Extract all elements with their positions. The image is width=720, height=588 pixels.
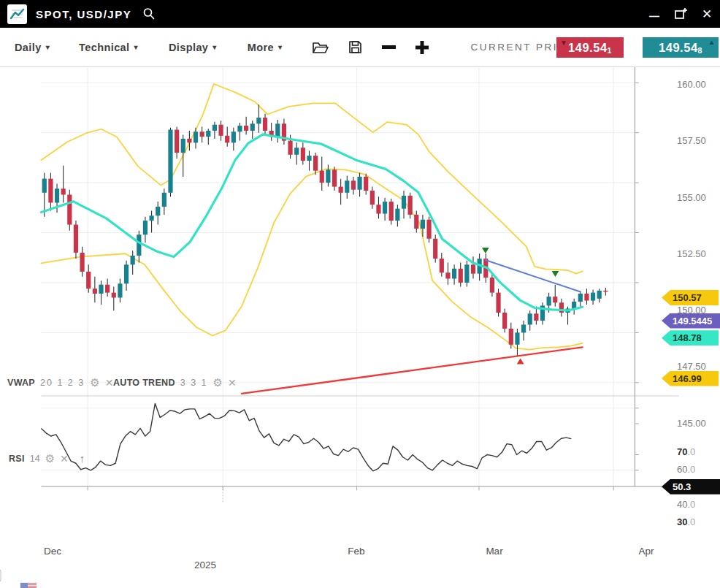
rsi-value-badge: 50.3 [662,479,720,495]
vwap-indicator-label: VWAP [7,378,35,388]
vwap-indicator-row: VWAP 20 1 2 3 ⚙ ✕ [7,377,113,388]
timeframe-menu[interactable]: Daily ▾ [10,41,54,54]
last-price-badge: 149.5445 [662,313,720,329]
price-tick-label: 147.50 [677,361,706,372]
rsi-line [41,403,571,470]
candle[interactable] [534,313,538,321]
toolbar: Daily ▾ Technical ▾ Display ▾ More ▾ [0,28,720,67]
vwap-settings-gear-icon[interactable]: ⚙ [90,377,99,388]
close-button[interactable]: ✕ [700,7,714,21]
arrow-up-icon: ▲ [708,38,716,46]
month-label: Dec [44,546,61,557]
candle[interactable] [515,332,519,344]
ask-price-pip: 8 [698,46,702,55]
chevron-down-icon: ▾ [212,43,216,51]
candle[interactable] [528,313,532,324]
price-tick-label: 157.50 [677,135,706,146]
event-calendar-icon[interactable] [0,569,1,582]
display-menu[interactable]: Display ▾ [164,41,221,54]
price-tick-label: 155.00 [677,192,706,203]
price-tick-label: 160.00 [677,79,706,90]
arrow-down-icon: ▼ [560,39,567,47]
chevron-down-icon: ▾ [46,43,50,51]
technical-menu[interactable]: Technical ▾ [74,41,142,54]
display-menu-label: Display [169,42,208,53]
technical-menu-label: Technical [79,42,129,53]
chevron-down-icon: ▾ [134,43,138,51]
autotrend-indicator-row: AUTO TREND 3 3 1 ⚙ ✕ [113,377,237,388]
app-chart-icon [7,4,27,24]
axis-labels-layer: 160.00157.50155.00152.50150.00147.50145.… [0,67,720,305]
rsi-remove-icon[interactable]: ✕ [60,454,69,464]
chevron-down-icon: ▾ [278,43,282,51]
up-triangle-marker[interactable] [517,359,524,364]
vwap-indicator-params: 20 1 2 3 [40,378,85,388]
candle[interactable] [502,313,507,329]
rsi-tick-label: 40.0 [677,499,695,510]
chart-area: VWAP 20 1 2 3 ⚙ ✕ AUTO TREND 3 3 1 ⚙ ✕ R… [0,67,720,588]
month-label: Feb [348,546,364,557]
rsi-indicator-row: RSI 14 ⚙ ✕ ↑ [9,452,85,465]
window-title: SPOT, USD/JPY [36,8,131,20]
zoom-out-icon[interactable] [382,45,396,49]
candle[interactable] [509,329,513,345]
minimize-button[interactable]: — [647,9,662,23]
candle[interactable] [521,324,526,332]
autotrend-indicator-label: AUTO TREND [113,378,175,388]
rsi-settings-gear-icon[interactable]: ⚙ [45,453,55,464]
price-tick-label: 152.50 [677,248,706,259]
window-controls: — ✕ [647,0,714,28]
rsi-indicator-params: 14 [30,454,40,464]
month-label: Mar [486,546,502,557]
vwap-remove-icon[interactable]: ✕ [105,378,114,388]
more-menu[interactable]: More ▾ [243,41,287,54]
ask-price-value: 149.54 [659,41,697,55]
search-icon[interactable] [142,7,156,21]
ask-price-badge: 149.548 ▲ [643,37,719,58]
zoom-in-icon[interactable] [415,40,429,55]
rsi-indicator-label: RSI [9,454,25,464]
timeframe-menu-label: Daily [15,42,42,53]
more-menu-label: More [248,42,274,53]
year-label: 2025 [194,560,216,570]
autotrend-remove-icon[interactable]: ✕ [228,378,237,388]
popout-button[interactable] [673,7,688,21]
chart-window: SPOT, USD/JPY — ✕ Daily ▾ Te [0,0,720,588]
open-folder-icon[interactable] [311,39,329,56]
autotrend-indicator-params: 3 3 1 [180,378,208,388]
rsi-tick-label: 60.0 [677,464,695,475]
event-us-flag-icon[interactable] [20,583,37,588]
month-label: Apr [638,546,654,557]
vwap-badge: 148.78 [662,330,719,345]
bid-price-pip: 1 [608,46,612,55]
save-icon[interactable] [348,39,363,55]
title-bar: SPOT, USD/JPY — ✕ [0,0,720,28]
rsi-tick-label: 70.0 [677,446,695,457]
auto-trend-support-line[interactable] [242,347,583,393]
rsi-move-up-icon[interactable]: ↑ [80,452,85,465]
upper-band-badge: 150.57 [662,290,719,305]
rsi-tick-label: 30.0 [677,516,695,527]
bid-price-badge: ▼ 149.541 [556,37,624,58]
price-tick-label: 145.00 [677,418,706,429]
lower-band-badge: 146.99 [662,371,719,386]
autotrend-settings-gear-icon[interactable]: ⚙ [213,377,223,388]
bid-price-value: 149.54 [568,41,607,55]
